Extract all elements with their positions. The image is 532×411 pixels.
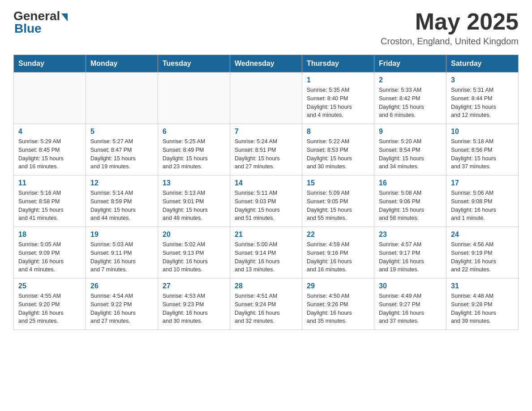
day-number: 22 xyxy=(307,231,369,239)
page-title: May 2025 xyxy=(381,9,519,34)
day-number: 4 xyxy=(18,128,81,136)
day-info: Sunrise: 4:59 AMSunset: 9:16 PMDaylight:… xyxy=(307,240,369,274)
day-number: 31 xyxy=(451,282,514,290)
calendar-day-cell: 6Sunrise: 5:25 AMSunset: 8:49 PMDaylight… xyxy=(158,124,230,176)
day-info: Sunrise: 4:50 AMSunset: 9:26 PMDaylight:… xyxy=(307,292,369,325)
calendar-day-cell xyxy=(158,73,230,124)
calendar-day-cell: 5Sunrise: 5:27 AMSunset: 8:47 PMDaylight… xyxy=(86,124,158,176)
calendar-day-header: Saturday xyxy=(446,55,519,73)
day-info: Sunrise: 4:51 AMSunset: 9:24 PMDaylight:… xyxy=(235,292,297,325)
day-number: 30 xyxy=(379,282,442,290)
calendar-day-cell: 21Sunrise: 5:00 AMSunset: 9:14 PMDayligh… xyxy=(230,227,302,278)
calendar-day-cell xyxy=(14,73,86,124)
day-info: Sunrise: 4:54 AMSunset: 9:22 PMDaylight:… xyxy=(90,292,153,325)
calendar-day-header: Friday xyxy=(374,55,446,73)
calendar-day-cell: 27Sunrise: 4:53 AMSunset: 9:23 PMDayligh… xyxy=(158,278,230,330)
day-number: 29 xyxy=(307,282,369,290)
logo: General Blue xyxy=(13,9,68,36)
calendar-day-header: Wednesday xyxy=(230,55,302,73)
day-number: 11 xyxy=(18,179,81,187)
page-subtitle: Croston, England, United Kingdom xyxy=(381,36,519,47)
calendar-day-cell: 26Sunrise: 4:54 AMSunset: 9:22 PMDayligh… xyxy=(86,278,158,330)
calendar-day-cell: 20Sunrise: 5:02 AMSunset: 9:13 PMDayligh… xyxy=(158,227,230,278)
day-number: 15 xyxy=(307,179,369,187)
calendar-day-cell: 29Sunrise: 4:50 AMSunset: 9:26 PMDayligh… xyxy=(302,278,374,330)
day-number: 12 xyxy=(90,179,153,187)
day-info: Sunrise: 5:08 AMSunset: 9:06 PMDaylight:… xyxy=(379,189,442,223)
calendar-day-cell: 9Sunrise: 5:20 AMSunset: 8:54 PMDaylight… xyxy=(374,124,446,176)
calendar-week-row: 11Sunrise: 5:16 AMSunset: 8:58 PMDayligh… xyxy=(14,176,519,227)
calendar-day-cell xyxy=(230,73,302,124)
day-number: 25 xyxy=(18,282,81,290)
calendar-day-cell: 1Sunrise: 5:35 AMSunset: 8:40 PMDaylight… xyxy=(302,73,374,124)
calendar-day-cell: 15Sunrise: 5:09 AMSunset: 9:05 PMDayligh… xyxy=(302,176,374,227)
calendar-day-cell: 10Sunrise: 5:18 AMSunset: 8:56 PMDayligh… xyxy=(446,124,519,176)
calendar-day-header: Thursday xyxy=(302,55,374,73)
day-info: Sunrise: 4:49 AMSunset: 9:27 PMDaylight:… xyxy=(379,292,442,325)
page-header: General Blue May 2025 Croston, England, … xyxy=(13,9,519,47)
day-info: Sunrise: 5:27 AMSunset: 8:47 PMDaylight:… xyxy=(90,137,153,171)
day-number: 16 xyxy=(379,179,442,187)
day-info: Sunrise: 5:35 AMSunset: 8:40 PMDaylight:… xyxy=(307,86,369,120)
day-info: Sunrise: 5:16 AMSunset: 8:58 PMDaylight:… xyxy=(18,189,81,223)
calendar-day-cell: 22Sunrise: 4:59 AMSunset: 9:16 PMDayligh… xyxy=(302,227,374,278)
calendar-week-row: 4Sunrise: 5:29 AMSunset: 8:45 PMDaylight… xyxy=(14,124,519,176)
calendar-day-cell: 12Sunrise: 5:14 AMSunset: 8:59 PMDayligh… xyxy=(86,176,158,227)
day-info: Sunrise: 5:06 AMSunset: 9:08 PMDaylight:… xyxy=(451,189,514,223)
calendar-day-cell: 11Sunrise: 5:16 AMSunset: 8:58 PMDayligh… xyxy=(14,176,86,227)
day-number: 20 xyxy=(163,231,225,239)
logo-arrow-icon xyxy=(61,13,68,21)
calendar-day-cell: 7Sunrise: 5:24 AMSunset: 8:51 PMDaylight… xyxy=(230,124,302,176)
day-info: Sunrise: 5:24 AMSunset: 8:51 PMDaylight:… xyxy=(235,137,297,171)
day-info: Sunrise: 4:53 AMSunset: 9:23 PMDaylight:… xyxy=(163,292,225,325)
day-info: Sunrise: 4:57 AMSunset: 9:17 PMDaylight:… xyxy=(379,240,442,274)
day-number: 2 xyxy=(379,76,442,84)
day-number: 3 xyxy=(451,76,514,84)
calendar-table: SundayMondayTuesdayWednesdayThursdayFrid… xyxy=(13,55,519,330)
day-number: 19 xyxy=(90,231,153,239)
calendar-header-row: SundayMondayTuesdayWednesdayThursdayFrid… xyxy=(14,55,519,73)
calendar-week-row: 18Sunrise: 5:05 AMSunset: 9:09 PMDayligh… xyxy=(14,227,519,278)
calendar-day-cell: 18Sunrise: 5:05 AMSunset: 9:09 PMDayligh… xyxy=(14,227,86,278)
day-info: Sunrise: 4:55 AMSunset: 9:20 PMDaylight:… xyxy=(18,292,81,325)
day-number: 17 xyxy=(451,179,514,187)
calendar-day-cell xyxy=(86,73,158,124)
day-number: 8 xyxy=(307,128,369,136)
day-info: Sunrise: 5:05 AMSunset: 9:09 PMDaylight:… xyxy=(18,240,81,274)
day-number: 18 xyxy=(18,231,81,239)
day-info: Sunrise: 5:14 AMSunset: 8:59 PMDaylight:… xyxy=(90,189,153,223)
day-number: 5 xyxy=(90,128,153,136)
calendar-day-cell: 4Sunrise: 5:29 AMSunset: 8:45 PMDaylight… xyxy=(14,124,86,176)
calendar-day-cell: 17Sunrise: 5:06 AMSunset: 9:08 PMDayligh… xyxy=(446,176,519,227)
day-info: Sunrise: 4:56 AMSunset: 9:19 PMDaylight:… xyxy=(451,240,514,274)
calendar-day-cell: 13Sunrise: 5:13 AMSunset: 9:01 PMDayligh… xyxy=(158,176,230,227)
day-number: 9 xyxy=(379,128,442,136)
logo-blue-text: Blue xyxy=(14,21,42,36)
day-info: Sunrise: 5:13 AMSunset: 9:01 PMDaylight:… xyxy=(163,189,225,223)
title-block: May 2025 Croston, England, United Kingdo… xyxy=(381,9,519,47)
day-info: Sunrise: 5:03 AMSunset: 9:11 PMDaylight:… xyxy=(90,240,153,274)
calendar-day-cell: 14Sunrise: 5:11 AMSunset: 9:03 PMDayligh… xyxy=(230,176,302,227)
calendar-week-row: 1Sunrise: 5:35 AMSunset: 8:40 PMDaylight… xyxy=(14,73,519,124)
day-info: Sunrise: 5:11 AMSunset: 9:03 PMDaylight:… xyxy=(235,189,297,223)
day-number: 24 xyxy=(451,231,514,239)
day-info: Sunrise: 5:22 AMSunset: 8:53 PMDaylight:… xyxy=(307,137,369,171)
calendar-day-header: Tuesday xyxy=(158,55,230,73)
calendar-day-cell: 8Sunrise: 5:22 AMSunset: 8:53 PMDaylight… xyxy=(302,124,374,176)
day-number: 7 xyxy=(235,128,297,136)
calendar-day-header: Monday xyxy=(86,55,158,73)
calendar-day-cell: 19Sunrise: 5:03 AMSunset: 9:11 PMDayligh… xyxy=(86,227,158,278)
calendar-day-cell: 16Sunrise: 5:08 AMSunset: 9:06 PMDayligh… xyxy=(374,176,446,227)
day-number: 13 xyxy=(163,179,225,187)
day-number: 21 xyxy=(235,231,297,239)
day-info: Sunrise: 5:02 AMSunset: 9:13 PMDaylight:… xyxy=(163,240,225,274)
day-number: 23 xyxy=(379,231,442,239)
day-number: 1 xyxy=(307,76,369,84)
calendar-day-cell: 28Sunrise: 4:51 AMSunset: 9:24 PMDayligh… xyxy=(230,278,302,330)
day-info: Sunrise: 5:09 AMSunset: 9:05 PMDaylight:… xyxy=(307,189,369,223)
day-info: Sunrise: 4:48 AMSunset: 9:28 PMDaylight:… xyxy=(451,292,514,325)
day-info: Sunrise: 5:00 AMSunset: 9:14 PMDaylight:… xyxy=(235,240,297,274)
calendar-week-row: 25Sunrise: 4:55 AMSunset: 9:20 PMDayligh… xyxy=(14,278,519,330)
calendar-day-cell: 31Sunrise: 4:48 AMSunset: 9:28 PMDayligh… xyxy=(446,278,519,330)
day-info: Sunrise: 5:33 AMSunset: 8:42 PMDaylight:… xyxy=(379,86,442,120)
